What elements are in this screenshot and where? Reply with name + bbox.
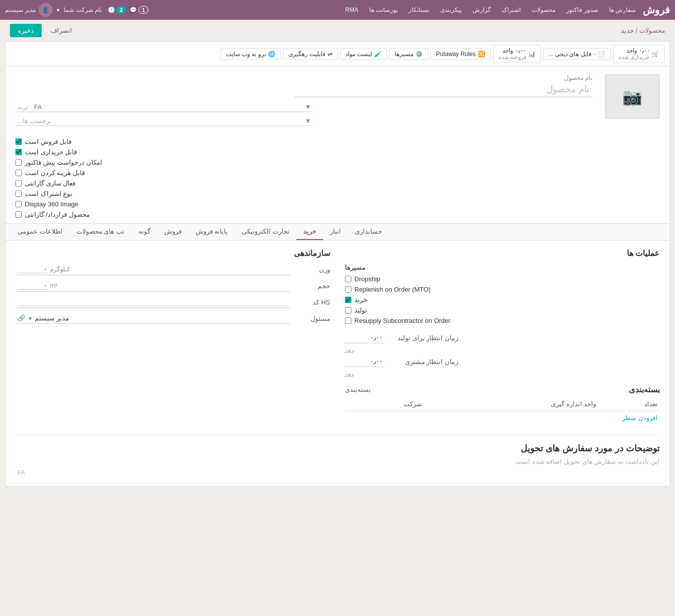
tab-ecommerce[interactable]: تجارت الکترونیکی — [235, 224, 296, 240]
ops-checkbox-2[interactable] — [345, 297, 351, 303]
notif-badge[interactable]: 2 🕐 — [108, 6, 126, 13]
tab-pos[interactable]: پایانه فروش — [189, 224, 235, 240]
nav-item-orders[interactable]: سفارش ها — [604, 3, 641, 16]
plus-icon: ➕ — [623, 98, 632, 106]
weight-input[interactable] — [17, 265, 47, 273]
volume-row: حجم m² — [15, 280, 330, 292]
breadcrumb-current: جدید — [621, 27, 634, 34]
nav-item-creditor[interactable]: بستانکار — [404, 3, 434, 16]
checkbox-1[interactable] — [15, 149, 22, 155]
pkg-col-company: شرکت — [345, 397, 424, 411]
checkbox-label-3: قابل هزینه کردن است — [25, 169, 85, 177]
user-area[interactable]: نام شرکت شما ▼ 👤 مدیر سیستم — [5, 3, 102, 17]
nav-item-config[interactable]: پیکربندی — [435, 3, 467, 16]
checkbox-3[interactable] — [15, 170, 22, 176]
materials-button[interactable]: 🧪 لیست مواد — [340, 48, 387, 60]
ops-label-2: خرید — [354, 296, 367, 304]
notes-placeholder-text: این یادداشت به سفارش های تحویل اضافه شده… — [15, 458, 660, 465]
tab-purchase[interactable]: خرید — [296, 224, 323, 240]
volume-value-area: m² — [15, 280, 290, 292]
purchased-units-button[interactable]: 🛒 ۰٫۰۰ واحد خریداری شده — [613, 45, 665, 63]
lead-manufacture-row: زمان انتظار برای تولید — [345, 332, 660, 343]
nav-item-rma[interactable]: RMA — [340, 3, 363, 16]
checkbox-label-1: قابل خریداری است — [25, 148, 77, 156]
product-fields: نام محصول ▼ FA برند ▼ برچسب ها... — [15, 74, 592, 130]
operations-title: عملیات ها — [345, 248, 660, 258]
tab-general-info[interactable]: اطلاعات عمومی — [10, 224, 69, 240]
pkg-col-uom: واحد اندازه گیری — [424, 397, 598, 411]
ops-checkbox-4[interactable] — [345, 317, 351, 324]
volume-unit: m² — [50, 282, 57, 289]
nav-item-commission[interactable]: پورسانت ها — [364, 3, 403, 16]
putaway-rules-button[interactable]: 🔀 Putaway Rules — [430, 48, 490, 60]
nav-item-subscription[interactable]: اشتراک — [497, 3, 526, 16]
ops-label-1: Replenish on Order (MTO) — [354, 286, 431, 293]
ops-row-2: خرید — [345, 296, 660, 304]
checkbox-row-7: محصول قرارداد/ گارانتی — [15, 211, 90, 218]
ops-row-3: تولید — [345, 307, 660, 314]
checkbox-6[interactable] — [15, 201, 22, 207]
lead-manufacture-unit-row: روز — [345, 346, 660, 353]
weight-label: وزن — [290, 266, 330, 273]
save-button[interactable]: ذخیره — [10, 24, 42, 37]
nav-item-invoice[interactable]: صدور فاکتور — [561, 3, 603, 16]
checkbox-5[interactable] — [15, 190, 22, 197]
tracking-icon: ⇌ — [328, 51, 333, 58]
sold-units-button[interactable]: 📊 ۰٫۰۰ واحد فروخته شده — [493, 45, 541, 63]
nav-item-products[interactable]: محصولات — [527, 3, 560, 16]
brand-dropdown-arrow[interactable]: ▼ — [305, 103, 311, 111]
breadcrumb-parent[interactable]: محصولات — [639, 27, 665, 34]
tab-accounting[interactable]: حسابداری — [348, 224, 389, 240]
hs-input[interactable] — [17, 298, 288, 306]
routes-icon: ⚙️ — [415, 51, 423, 58]
checkbox-row-2: امکان درخواست پیش فاکتور — [15, 159, 102, 166]
tab-content-purchase: عملیات ها مسیرها Dropship Replenish on O… — [5, 241, 670, 486]
chat-badge[interactable]: 1 💬 — [130, 6, 148, 14]
user-name: مدیر سیستم — [5, 6, 36, 13]
main-card: 🛒 ۰٫۰۰ واحد خریداری شده 📄 ۰ فایل های دیج… — [5, 41, 670, 487]
ops-checkbox-0[interactable] — [345, 276, 351, 282]
file-icon: 📄 — [598, 51, 606, 58]
checkboxes-area: قابل فروش است قابل خریداری است امکان درخ… — [5, 138, 670, 223]
checkbox-2[interactable] — [15, 159, 22, 166]
ops-row-1: Replenish on Order (MTO) — [345, 286, 660, 293]
tab-variant[interactable]: گونه — [132, 224, 157, 240]
tracking-button[interactable]: ⇌ قابلیت رهگیری — [283, 48, 338, 60]
nav-right: فروش سفارش ها صدور فاکتور محصولات اشتراک… — [340, 3, 670, 16]
ops-checkbox-3[interactable] — [345, 307, 351, 313]
checkbox-row-3: قابل هزینه کردن است — [15, 169, 85, 177]
lead-manufacture-input[interactable] — [345, 332, 385, 343]
product-image-upload[interactable]: 📷 ➕ — [605, 74, 660, 119]
tab-product-tabs[interactable]: تب های محصولات — [69, 224, 132, 240]
nav-item-report[interactable]: گزارش — [468, 3, 496, 16]
ops-row-4: Resupply Subcontractor on Order — [345, 317, 660, 324]
volume-input[interactable] — [17, 282, 47, 290]
ops-checkbox-1[interactable] — [345, 286, 351, 293]
responsible-dropdown[interactable]: ▼ — [27, 315, 33, 321]
add-packaging-row[interactable]: افزودن سطر — [345, 411, 660, 425]
lead-customer-input[interactable] — [345, 356, 385, 367]
tab-inventory[interactable]: انبار — [323, 224, 348, 240]
checkbox-0[interactable] — [15, 138, 22, 145]
website-button[interactable]: 🌐 برو به وب سایت — [220, 48, 281, 60]
weight-value-area: کیلوگرم — [15, 264, 290, 275]
tab-sales[interactable]: فروش — [157, 224, 189, 240]
tags-placeholder: برچسب ها... — [17, 117, 52, 124]
brand-label: برند — [17, 103, 28, 111]
hs-row: HS کد — [15, 297, 330, 308]
digital-files-button[interactable]: 📄 ۰ فایل های دیجی ... — [543, 48, 611, 60]
routes-button[interactable]: ⚙️ مسیرها — [389, 48, 428, 60]
ops-label-4: Resupply Subcontractor on Order — [354, 317, 451, 324]
checkbox-7[interactable] — [15, 211, 22, 218]
checkbox-label-4: فعال سازی گارانتی — [25, 180, 75, 187]
checkbox-4[interactable] — [15, 180, 22, 186]
chevron-down-icon: ▼ — [56, 7, 61, 13]
tags-dropdown-arrow[interactable]: ▼ — [305, 117, 311, 124]
discard-button[interactable]: انصراف — [45, 24, 78, 37]
external-link-icon[interactable]: 🔗 — [17, 314, 25, 322]
product-name-input[interactable] — [294, 82, 592, 97]
product-image-area: 📷 ➕ — [600, 74, 660, 130]
ops-label-3: تولید — [354, 307, 367, 314]
ops-label-0: Dropship — [354, 275, 380, 283]
organization-column: سازماندهی وزن کیلوگرم حجم m² — [15, 248, 330, 425]
